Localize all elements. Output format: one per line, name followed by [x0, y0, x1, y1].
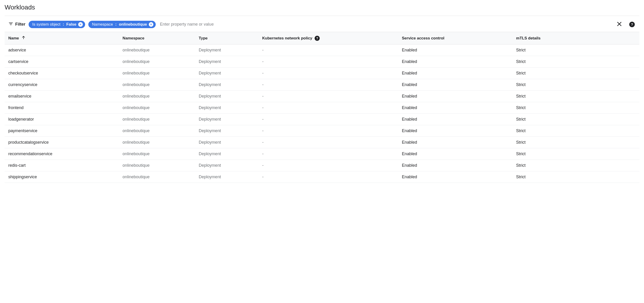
column-header-service-access[interactable]: Service access control [398, 32, 512, 44]
cell-name: cartservice [4, 56, 119, 68]
cell-namespace: onlineboutique [119, 160, 195, 171]
cell-namespace: onlineboutique [119, 125, 195, 137]
cell-name: currencyservice [4, 79, 119, 90]
cell-network-policy: - [258, 90, 398, 102]
table-row[interactable]: loadgeneratoronlineboutiqueDeployment-En… [4, 114, 640, 125]
filter-chip-value: False [66, 22, 76, 27]
cell-network-policy: - [258, 125, 398, 137]
cell-service-access: Enabled [398, 171, 512, 183]
column-header-namespace[interactable]: Namespace [119, 32, 195, 44]
cell-mtls: Strict [512, 148, 640, 160]
filter-label: Filter [15, 22, 25, 27]
cell-service-access: Enabled [398, 148, 512, 160]
table-row[interactable]: paymentserviceonlineboutiqueDeployment-E… [4, 125, 640, 137]
cell-service-access: Enabled [398, 68, 512, 79]
table-row[interactable]: frontendonlineboutiqueDeployment-Enabled… [4, 102, 640, 114]
filter-chip-key: Namespace [92, 22, 113, 27]
cell-network-policy: - [258, 148, 398, 160]
cell-mtls: Strict [512, 90, 640, 102]
cell-mtls: Strict [512, 160, 640, 171]
cell-name: emailservice [4, 90, 119, 102]
filter-bar: Filter Is system object:FalseNamespace:o… [4, 19, 640, 30]
sort-ascending-icon [21, 35, 26, 41]
help-icon: ? [629, 22, 635, 27]
cell-namespace: onlineboutique [119, 114, 195, 125]
content-card: Filter Is system object:FalseNamespace:o… [4, 16, 640, 183]
cell-network-policy: - [258, 102, 398, 114]
column-header-network-policy-label: Kubernetes network policy [262, 36, 312, 40]
cell-mtls: Strict [512, 137, 640, 148]
help-button[interactable]: ? [628, 21, 636, 28]
filter-chips: Is system object:FalseNamespace:onlinebo… [28, 21, 156, 28]
cell-service-access: Enabled [398, 125, 512, 137]
filter-actions: ? [616, 20, 636, 28]
cell-service-access: Enabled [398, 90, 512, 102]
cell-network-policy: - [258, 114, 398, 125]
filter-icon [8, 21, 14, 28]
column-header-namespace-label: Namespace [122, 36, 144, 40]
table-row[interactable]: emailserviceonlineboutiqueDeployment-Ena… [4, 90, 640, 102]
cell-service-access: Enabled [398, 79, 512, 90]
cell-type: Deployment [195, 160, 258, 171]
cell-type: Deployment [195, 125, 258, 137]
cell-service-access: Enabled [398, 114, 512, 125]
column-header-type-label: Type [199, 36, 208, 40]
cell-mtls: Strict [512, 125, 640, 137]
cell-name: recommendationservice [4, 148, 119, 160]
cell-namespace: onlineboutique [119, 68, 195, 79]
cell-mtls: Strict [512, 102, 640, 114]
chip-remove-icon[interactable] [78, 22, 83, 27]
cell-namespace: onlineboutique [119, 171, 195, 183]
column-header-name[interactable]: Name [4, 32, 119, 44]
cell-namespace: onlineboutique [119, 90, 195, 102]
cell-mtls: Strict [512, 171, 640, 183]
filter-chip-value: onlineboutique [119, 22, 147, 27]
cell-network-policy: - [258, 68, 398, 79]
filter-chip-key: Is system object [32, 22, 60, 27]
cell-name: adservice [4, 44, 119, 56]
page-title: Workloads [4, 4, 640, 11]
cell-namespace: onlineboutique [119, 44, 195, 56]
cell-mtls: Strict [512, 114, 640, 125]
chip-remove-icon[interactable] [149, 22, 154, 27]
cell-namespace: onlineboutique [119, 79, 195, 90]
cell-name: shippingservice [4, 171, 119, 183]
cell-network-policy: - [258, 79, 398, 90]
filter-chip[interactable]: Namespace:onlineboutique [88, 21, 156, 28]
table-row[interactable]: adserviceonlineboutiqueDeployment-Enable… [4, 44, 640, 56]
cell-namespace: onlineboutique [119, 102, 195, 114]
column-header-mtls-label: mTLS details [516, 36, 541, 40]
table-row[interactable]: productcatalogserviceonlineboutiqueDeplo… [4, 137, 640, 148]
column-header-service-access-label: Service access control [402, 36, 444, 40]
cell-namespace: onlineboutique [119, 148, 195, 160]
filter-chip[interactable]: Is system object:False [28, 21, 85, 28]
cell-namespace: onlineboutique [119, 137, 195, 148]
cell-name: checkoutservice [4, 68, 119, 79]
table-row[interactable]: recommendationserviceonlineboutiqueDeplo… [4, 148, 640, 160]
table-row[interactable]: redis-cartonlineboutiqueDeployment-Enabl… [4, 160, 640, 171]
cell-name: productcatalogservice [4, 137, 119, 148]
cell-type: Deployment [195, 56, 258, 68]
cell-service-access: Enabled [398, 102, 512, 114]
table-row[interactable]: cartserviceonlineboutiqueDeployment-Enab… [4, 56, 640, 68]
cell-network-policy: - [258, 44, 398, 56]
close-icon [616, 21, 622, 28]
cell-service-access: Enabled [398, 137, 512, 148]
filter-button[interactable]: Filter [8, 21, 25, 28]
column-header-mtls[interactable]: mTLS details [512, 32, 640, 44]
column-header-network-policy[interactable]: Kubernetes network policy ? [258, 32, 398, 44]
column-header-type[interactable]: Type [195, 32, 258, 44]
table-row[interactable]: shippingserviceonlineboutiqueDeployment-… [4, 171, 640, 183]
workloads-table: Name Namespace Type Kub [4, 32, 640, 183]
table-row[interactable]: checkoutserviceonlineboutiqueDeployment-… [4, 68, 640, 79]
cell-type: Deployment [195, 137, 258, 148]
cell-service-access: Enabled [398, 44, 512, 56]
cell-name: loadgenerator [4, 114, 119, 125]
cell-mtls: Strict [512, 44, 640, 56]
clear-filters-button[interactable] [616, 20, 623, 28]
cell-service-access: Enabled [398, 56, 512, 68]
table-row[interactable]: currencyserviceonlineboutiqueDeployment-… [4, 79, 640, 90]
filter-input[interactable] [159, 20, 612, 28]
help-icon[interactable]: ? [314, 36, 320, 41]
cell-name: paymentservice [4, 125, 119, 137]
